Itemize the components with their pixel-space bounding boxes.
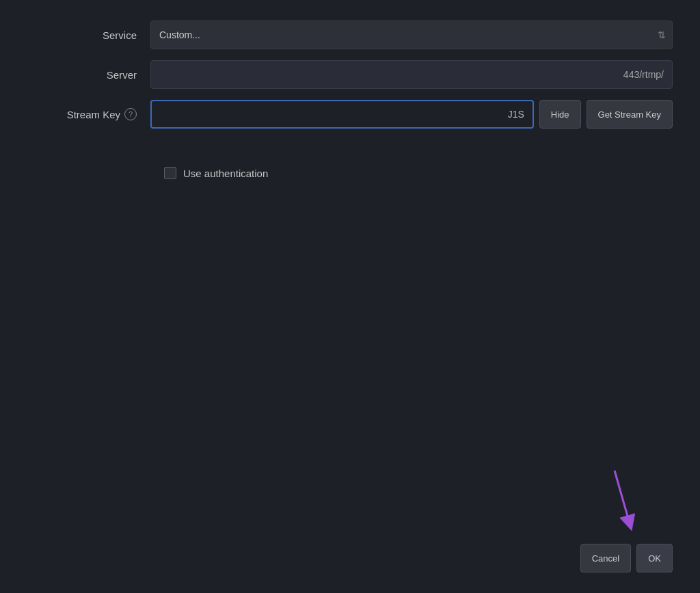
stream-key-label-group: Stream Key ? xyxy=(27,108,150,120)
hide-button[interactable]: Hide xyxy=(539,100,581,129)
server-control-wrapper xyxy=(150,60,673,89)
server-row: Server xyxy=(27,60,673,89)
use-authentication-row: Use authentication xyxy=(27,167,673,179)
arrow-annotation xyxy=(594,467,642,538)
service-select-wrapper: Custom... ⇅ xyxy=(150,21,673,49)
form-section: Service Custom... ⇅ Server Stream Key ? xyxy=(27,21,673,140)
ok-button[interactable]: OK xyxy=(636,544,673,572)
service-row: Service Custom... ⇅ xyxy=(27,21,673,49)
stream-key-row: Stream Key ? Hide Get Stream Key xyxy=(27,100,673,129)
cancel-button[interactable]: Cancel xyxy=(580,544,631,572)
use-authentication-checkbox[interactable] xyxy=(164,167,176,179)
service-label: Service xyxy=(27,29,150,41)
server-label: Server xyxy=(27,69,150,81)
svg-line-1 xyxy=(615,471,630,523)
server-input[interactable] xyxy=(150,60,673,89)
help-icon[interactable]: ? xyxy=(124,108,137,120)
bottom-buttons: Cancel OK xyxy=(580,544,673,572)
service-select[interactable]: Custom... xyxy=(150,21,673,49)
stream-key-input[interactable] xyxy=(150,100,534,129)
service-control-wrapper: Custom... ⇅ xyxy=(150,21,673,49)
stream-key-label: Stream Key xyxy=(67,109,120,120)
get-stream-key-button[interactable]: Get Stream Key xyxy=(587,100,673,129)
use-authentication-label[interactable]: Use authentication xyxy=(183,168,268,179)
stream-key-control-wrapper: Hide Get Stream Key xyxy=(150,100,673,129)
stream-settings-dialog: Service Custom... ⇅ Server Stream Key ? xyxy=(0,0,700,593)
